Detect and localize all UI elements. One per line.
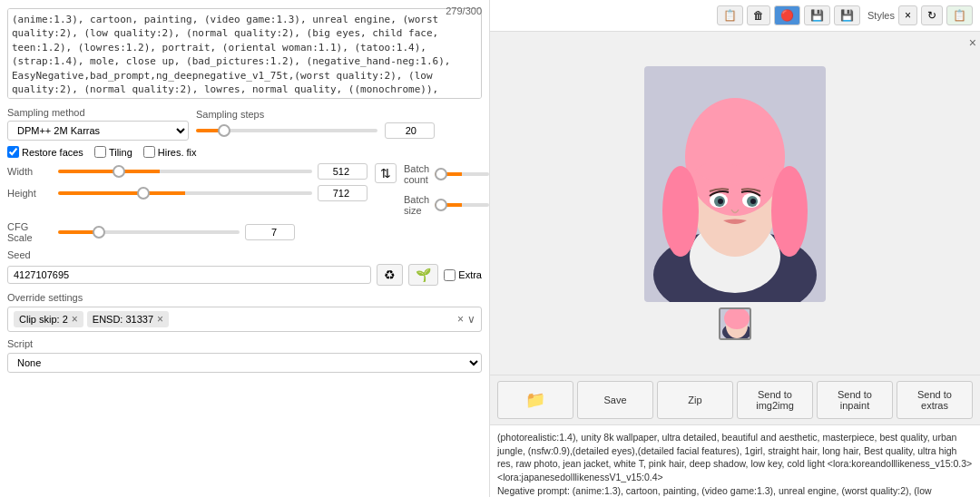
left-panel: 279/300 (anime:1.3), cartoon, painting, …: [0, 0, 490, 497]
hires-fix-item: Hires. fix: [143, 146, 197, 158]
override-tag-clipskip: Clip skip: 2 ×: [14, 311, 83, 327]
generated-image: [644, 66, 826, 302]
positive-prompt-display: (photorealistic:1.4), unity 8k wallpaper…: [497, 432, 972, 482]
token-counter: 279/300: [446, 5, 482, 16]
override-section: Override settings Clip skip: 2 × ENSD: 3…: [7, 291, 482, 332]
sampling-steps-label: Sampling steps: [196, 109, 482, 120]
right-panel: 📋 🗑 🔴 💾 💾 Styles × ↻ 📋 ×: [490, 0, 980, 497]
tiling-checkbox[interactable]: [94, 146, 106, 158]
script-select[interactable]: None X/Y/Z plot Prompt matrix Prompts fr…: [7, 353, 482, 373]
toolbar-save2-button[interactable]: 💾: [834, 5, 860, 25]
toolbar-copy-button[interactable]: 📋: [717, 5, 743, 25]
extra-label: Extra: [458, 269, 482, 280]
toolbar-delete-button[interactable]: 🗑: [747, 5, 770, 25]
tiling-item: Tiling: [94, 146, 132, 158]
override-area[interactable]: Clip skip: 2 × ENSD: 31337 × × ∨: [7, 307, 482, 332]
sampling-steps-input[interactable]: [385, 122, 435, 139]
cfg-input[interactable]: [245, 224, 295, 240]
batch-size-label: Batch size: [404, 194, 429, 216]
swap-dimensions-button[interactable]: ⇅: [375, 163, 397, 183]
width-row: Width: [7, 163, 368, 180]
extra-checkbox-item: Extra: [444, 269, 482, 281]
seed-input[interactable]: [7, 266, 371, 284]
svg-point-13: [750, 199, 756, 204]
styles-paste-button[interactable]: 📋: [946, 5, 973, 25]
thumbnail-1[interactable]: [719, 307, 751, 340]
seed-label: Seed: [7, 249, 31, 260]
width-label: Width: [7, 166, 53, 177]
height-row: Height: [7, 185, 368, 201]
thumbnail-strip: [719, 307, 751, 340]
sampling-row: Sampling method DPM++ 2M Karras Sampling…: [7, 107, 482, 141]
wh-batch-row: Width Height ⇅ Batch count Batch size: [7, 163, 482, 216]
seed-dice-button[interactable]: ♻: [377, 264, 403, 286]
batch-count-label: Batch count: [404, 163, 429, 185]
restore-faces-label: Restore faces: [22, 147, 83, 158]
sampling-method-label: Sampling method: [7, 107, 189, 118]
top-toolbar: 📋 🗑 🔴 💾 💾 Styles × ↻ 📋: [490, 0, 980, 32]
seed-recycle-button[interactable]: 🌱: [408, 264, 438, 286]
hires-fix-checkbox[interactable]: [143, 146, 155, 158]
override-tag-ensd: ENSD: 31337 ×: [87, 311, 169, 327]
svg-point-12: [718, 199, 723, 204]
sampling-method-select[interactable]: DPM++ 2M Karras: [7, 121, 189, 141]
restore-faces-item: Restore faces: [7, 146, 83, 158]
folder-button[interactable]: 📁: [497, 381, 573, 419]
send-to-inpaint-button[interactable]: Send toinpaint: [817, 381, 893, 419]
send-to-img2img-button[interactable]: Send toimg2img: [737, 381, 813, 419]
override-controls: × ∨: [457, 313, 475, 326]
sampling-steps-slider[interactable]: [196, 129, 377, 132]
batch-size-row: Batch size: [404, 194, 490, 216]
sampling-method-container: Sampling method DPM++ 2M Karras: [7, 107, 189, 141]
cfg-label: CFG Scale: [7, 221, 53, 243]
seed-row: ♻ 🌱 Extra: [7, 264, 482, 286]
prompt-display: (photorealistic:1.4), unity 8k wallpaper…: [490, 424, 980, 497]
styles-label: Styles: [867, 10, 895, 21]
toolbar-red-button[interactable]: 🔴: [774, 5, 800, 25]
send-to-extras-button[interactable]: Send toextras: [897, 381, 973, 419]
sampling-steps-container: Sampling steps: [196, 109, 482, 139]
cfg-row: CFG Scale: [7, 221, 482, 243]
seed-section: Seed ♻ 🌱 Extra: [7, 248, 482, 286]
svg-point-6: [662, 166, 699, 257]
script-label: Script: [7, 338, 33, 349]
height-label: Height: [7, 188, 53, 199]
steps-row: [196, 122, 482, 139]
styles-section: Styles: [867, 5, 895, 25]
toolbar-save1-button[interactable]: 💾: [804, 5, 830, 25]
batch-count-slider[interactable]: [435, 172, 489, 176]
checkbox-row: Restore faces Tiling Hires. fix: [7, 146, 482, 158]
height-input[interactable]: [318, 185, 368, 201]
negative-prompt-textarea[interactable]: (anime:1.3), cartoon, painting, (video g…: [7, 8, 482, 99]
height-slider[interactable]: [58, 191, 312, 195]
neg-prompt-container: 279/300 (anime:1.3), cartoon, painting, …: [7, 7, 482, 102]
batch-size-slider[interactable]: [435, 203, 489, 207]
tag-clipskip-close[interactable]: ×: [72, 313, 78, 326]
tag-ensd-close[interactable]: ×: [157, 313, 163, 326]
extra-checkbox[interactable]: [444, 269, 456, 281]
restore-faces-checkbox[interactable]: [7, 146, 19, 158]
tag-clipskip-label: Clip skip: 2: [19, 314, 68, 325]
image-close-button[interactable]: ×: [969, 35, 976, 50]
override-close-icon[interactable]: ×: [457, 313, 464, 326]
save-button[interactable]: Save: [577, 381, 653, 419]
styles-close-button[interactable]: ×: [898, 5, 917, 25]
cfg-slider[interactable]: [58, 230, 240, 234]
generated-image-container: [644, 66, 826, 302]
zip-button[interactable]: Zip: [657, 381, 733, 419]
batch-col: Batch count Batch size: [404, 163, 490, 216]
action-buttons: 📁 Save Zip Send toimg2img Send toinpaint…: [490, 375, 980, 424]
override-arrow-icon[interactable]: ∨: [467, 313, 475, 326]
styles-refresh-button[interactable]: ↻: [921, 5, 943, 25]
batch-count-row: Batch count: [404, 163, 490, 185]
negative-prompt-display: Negative prompt: (anime:1.3), cartoon, p…: [497, 485, 932, 497]
hires-fix-label: Hires. fix: [158, 147, 197, 158]
override-label: Override settings: [7, 292, 83, 303]
script-section: Script None X/Y/Z plot Prompt matrix Pro…: [7, 337, 482, 373]
width-slider[interactable]: [58, 170, 312, 173]
svg-point-7: [771, 166, 808, 257]
tiling-label: Tiling: [109, 147, 132, 158]
image-area: ×: [490, 32, 980, 375]
width-input[interactable]: [318, 163, 368, 180]
svg-point-5: [685, 98, 785, 216]
